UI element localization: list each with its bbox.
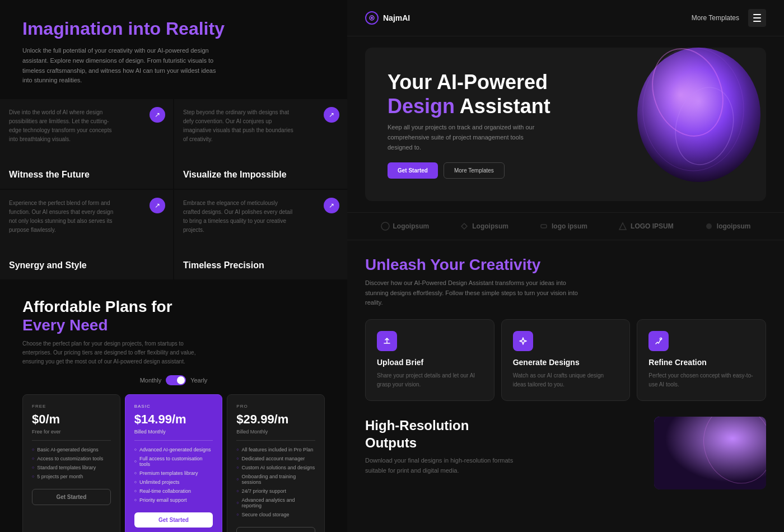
plan-pro-f3: Custom AI solutions and designs: [236, 463, 315, 472]
output-title: High-ResolutionOutputs: [365, 417, 643, 451]
output-content: High-ResolutionOutputs Download your fin…: [365, 417, 643, 476]
card-witness-icon: ↗: [150, 107, 165, 123]
upload-icon: [377, 331, 397, 351]
plan-free-price: $0/m: [32, 412, 111, 427]
plan-pro-f2: Dedicated account manager: [236, 454, 315, 463]
plan-pro-price: $29.99/m: [236, 412, 315, 427]
plan-pro-f6: Advanced analytics and reporting: [236, 496, 315, 510]
logo-4: LOGO IPSUM: [618, 222, 674, 231]
step-refine-title: Refine Creation: [648, 358, 754, 367]
plan-free-f3: Standard templates library: [32, 463, 111, 472]
logo-3: logo ipsum: [539, 222, 587, 231]
step-upload: Upload Brief Share your project details …: [365, 319, 494, 401]
card-synergy-title: Synergy and Style: [9, 260, 87, 270]
card-synergy-icon: ↗: [150, 198, 165, 213]
step-refine-desc: Perfect your chosen concept with easy-to…: [648, 371, 754, 389]
svg-point-10: [706, 223, 712, 229]
navbar-brand: NajmAI: [383, 13, 410, 22]
step-generate: Generate Designs Watch as our AI crafts …: [501, 319, 631, 401]
plan-free: FREE $0/m Free for ever Basic AI-generat…: [22, 394, 120, 532]
card-timeless-title: Timeless Precision: [183, 260, 264, 270]
plan-basic-f1: Advanced AI-generated designs: [134, 445, 213, 454]
billing-toggle-row: Monthly Yearly: [22, 375, 325, 385]
card-synergy[interactable]: Experience the perfect blend of form and…: [0, 190, 173, 279]
plans-grid: FREE $0/m Free for ever Basic AI-generat…: [22, 394, 325, 532]
feature-cards-grid: Dive into the world of AI where design p…: [0, 99, 347, 279]
hero-banner-image: [620, 48, 766, 201]
plan-basic-f6: Priority email support: [134, 496, 213, 505]
step-generate-desc: Watch as our AI crafts unique design ide…: [513, 371, 619, 389]
svg-point-1: [371, 17, 373, 19]
plan-free-badge: FREE: [32, 404, 111, 409]
plan-pro-f4: Onboarding and training sessions: [236, 472, 315, 487]
hero-banner-title: Your AI-Powered Design Assistant: [388, 70, 550, 118]
hero-subtitle: Unlock the full potential of your creati…: [22, 46, 224, 85]
card-visualize-title: Visualize the Impossible: [183, 170, 287, 180]
logo-1: Logoipsum: [381, 222, 430, 231]
yearly-label: Yearly: [190, 377, 207, 384]
hero-banner-desc: Keep all your projects on track and orga…: [388, 123, 544, 152]
right-panel: NajmAI More Templates Your AI-Powered De…: [347, 0, 784, 532]
plan-pro-f5: 24/7 priority support: [236, 487, 315, 496]
plan-basic-btn[interactable]: Get Started: [134, 512, 213, 528]
plan-basic-f2: Full access to customisation tools: [134, 454, 213, 469]
step-upload-title: Upload Brief: [377, 358, 483, 367]
plan-pro-badge: PRO: [236, 404, 315, 409]
plan-basic-price: $14.99/m: [134, 412, 213, 427]
orb-svg: [620, 48, 766, 193]
card-witness[interactable]: Dive into the world of AI where design p…: [0, 99, 173, 189]
plan-pro-note: Billed Monthly: [236, 429, 315, 435]
navbar: NajmAI More Templates: [347, 0, 784, 36]
card-synergy-text: Experience the perfect blend of form and…: [9, 199, 121, 235]
svg-rect-12: [654, 417, 766, 489]
menu-button[interactable]: [748, 9, 766, 27]
output-desc: Download your final designs in high-reso…: [365, 456, 522, 475]
monthly-label: Monthly: [140, 377, 162, 384]
output-bg-svg: [654, 417, 766, 489]
card-witness-title: Witness the Future: [9, 170, 90, 180]
plan-pro: PRO $29.99/m Billed Monthly All features…: [227, 394, 325, 532]
menu-line-3: [753, 21, 761, 22]
plan-basic: BASIC $14.99/m Billed Monthly Advanced A…: [125, 394, 223, 532]
refine-icon: [648, 331, 669, 351]
step-generate-title: Generate Designs: [513, 358, 619, 367]
hero-banner: Your AI-Powered Design Assistant Keep al…: [365, 48, 766, 201]
plan-pro-f1: All features included in Pro Plan: [236, 445, 315, 454]
logo-icon: [365, 11, 379, 25]
logo-bar: Logoipsum Logoipsum logo ipsum LOGO IPSU…: [347, 212, 784, 240]
plan-basic-f5: Real-time collaboration: [134, 487, 213, 496]
get-started-button[interactable]: Get Started: [388, 162, 438, 179]
card-timeless[interactable]: Embrace the elegance of meticulously cra…: [174, 190, 347, 279]
plan-basic-note: Billed Monthly: [134, 429, 213, 435]
output-image: Download PNG 11116k PDF 560 KB AI 4.07KB…: [654, 417, 766, 489]
logo-svg: [368, 15, 375, 21]
hero-banner-buttons: Get Started More Templates: [388, 162, 550, 179]
more-templates-hero-button[interactable]: More Templates: [444, 162, 505, 179]
hero-banner-content: Your AI-Powered Design Assistant Keep al…: [388, 70, 550, 179]
plan-pro-f7: Secure cloud storage: [236, 510, 315, 519]
hero-title: Imagination into Reality: [22, 18, 325, 39]
pricing-title: Affordable Plans for Every Need: [22, 297, 325, 335]
card-visualize[interactable]: Step beyond the ordinary with designs th…: [174, 99, 347, 189]
billing-toggle[interactable]: [166, 375, 186, 385]
card-visualize-text: Step beyond the ordinary with designs th…: [183, 108, 295, 144]
svg-marker-9: [619, 223, 626, 230]
card-visualize-icon: ↗: [324, 107, 339, 123]
hero-section: Imagination into Reality Unlock the full…: [0, 0, 347, 99]
more-templates-button[interactable]: More Templates: [692, 14, 739, 22]
plan-basic-badge: BASIC: [134, 404, 213, 409]
plan-pro-btn[interactable]: Get Started: [236, 527, 315, 532]
plan-free-btn[interactable]: Get Started: [32, 489, 111, 505]
navbar-right: More Templates: [692, 9, 766, 27]
card-witness-text: Dive into the world of AI where design p…: [9, 108, 121, 144]
menu-line-2: [753, 17, 761, 18]
plan-basic-f3: Premium templates library: [134, 469, 213, 478]
plan-free-f4: 5 projects per month: [32, 472, 111, 481]
svg-rect-8: [541, 225, 547, 228]
card-timeless-icon: ↗: [324, 198, 339, 213]
left-panel: Imagination into Reality Unlock the full…: [0, 0, 347, 532]
navbar-logo: NajmAI: [365, 11, 410, 25]
plan-free-f2: Access to customization tools: [32, 454, 111, 463]
step-upload-desc: Share your project details and let our A…: [377, 371, 483, 389]
card-timeless-text: Embrace the elegance of meticulously cra…: [183, 199, 295, 235]
